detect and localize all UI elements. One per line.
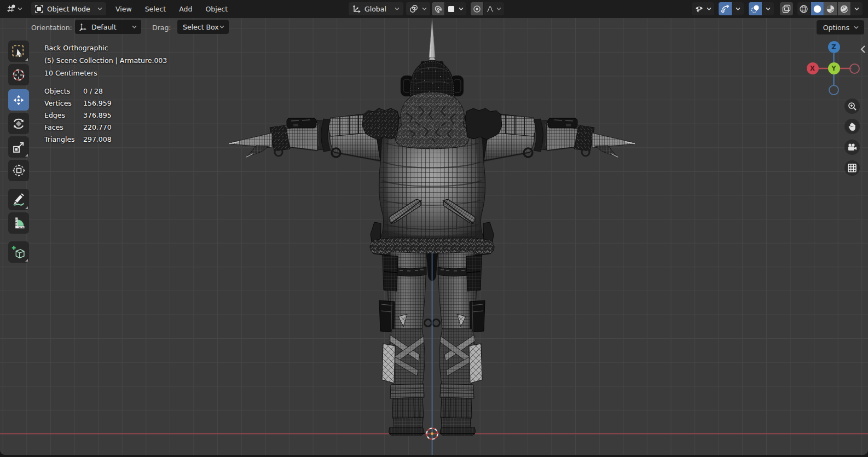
overlays-settings-dropdown[interactable]: [762, 2, 774, 15]
orthographic-toggle-button[interactable]: [844, 160, 860, 176]
tool-transform[interactable]: [8, 160, 29, 181]
navigation-gizmo[interactable]: Z X Y: [807, 36, 861, 97]
stat-value: 376,895: [83, 109, 112, 122]
tool-scale[interactable]: [8, 136, 29, 158]
snap-settings-dropdown[interactable]: [445, 2, 466, 15]
tool-move[interactable]: [8, 89, 29, 111]
chevron-down-icon: [707, 7, 711, 10]
options-label: Options: [823, 24, 849, 32]
viewport-gizmos-icon: [721, 4, 730, 13]
orientation-dropdown[interactable]: Default: [75, 20, 141, 34]
show-gizmo-toggle[interactable]: [719, 2, 732, 15]
solid-shading-icon: [813, 4, 822, 14]
orientation-default-icon: [79, 23, 87, 31]
shading-solid-button[interactable]: [811, 2, 824, 15]
orientation-value: Default: [91, 23, 117, 31]
viewport-statistics: Objects0 / 28 Vertices156,959 Edges376,8…: [44, 85, 112, 146]
scale-tool-icon: [11, 140, 26, 154]
gizmo-axis-x-neg[interactable]: [849, 63, 860, 74]
object-visibility-dropdown[interactable]: [692, 2, 714, 15]
toggle-xray-button[interactable]: [780, 2, 793, 15]
snap-toggle-button[interactable]: [432, 2, 444, 15]
chevron-down-icon: [766, 7, 771, 10]
drag-label: Drag:: [152, 24, 171, 32]
blender-window: Object Mode View Select Add Object: [0, 0, 868, 457]
pivot-point-dropdown[interactable]: [406, 2, 430, 15]
increment-snap-icon: [448, 5, 455, 13]
menu-view[interactable]: View: [109, 2, 138, 15]
tool-rotate[interactable]: [8, 113, 29, 134]
pan-button[interactable]: [844, 119, 860, 134]
tool-add-cube[interactable]: [8, 241, 29, 263]
editor-type-button[interactable]: [4, 2, 25, 15]
mode-selector-dropdown[interactable]: Object Mode: [31, 2, 106, 15]
menu-add[interactable]: Add: [172, 2, 199, 15]
mode-label: Object Mode: [47, 5, 90, 13]
proportional-falloff-dropdown[interactable]: [484, 2, 504, 15]
chevron-down-icon: [854, 7, 859, 10]
tool-settings-bar: Orientation: Default Drag: Select Box: [0, 18, 868, 36]
chevron-left-icon: [860, 45, 866, 54]
drag-dropdown[interactable]: Select Box: [177, 20, 229, 34]
hand-icon: [848, 122, 857, 131]
menu-select[interactable]: Select: [138, 2, 173, 15]
stat-value: 220,770: [83, 122, 112, 134]
rendered-shading-icon: [840, 4, 849, 14]
transform-tool-icon: [11, 163, 26, 178]
gizmo-axis-y[interactable]: Y: [828, 62, 840, 74]
shading-rendered-button[interactable]: [838, 2, 851, 15]
stat-value: 0 / 28: [83, 85, 103, 97]
rotate-tool-icon: [11, 116, 26, 131]
options-button[interactable]: Options: [817, 20, 864, 34]
stat-label: Faces: [44, 122, 83, 134]
chevron-down-icon: [132, 25, 137, 28]
collection-info: (5) Scene Collection | Armature.003: [44, 54, 167, 67]
chevron-down-icon: [395, 7, 400, 10]
gizmo-axis-x[interactable]: X: [807, 62, 819, 74]
tool-select-box[interactable]: [8, 41, 29, 62]
measure-tool-icon: [11, 216, 26, 231]
tool-annotate[interactable]: [8, 189, 29, 210]
gizmo-axis-z-neg[interactable]: [829, 85, 839, 95]
orientation-axes-icon: [352, 5, 361, 13]
orientation-global-label: Global: [364, 5, 386, 13]
select-box-icon: [11, 44, 26, 59]
zoom-button[interactable]: [844, 99, 860, 114]
move-tool-icon: [11, 92, 26, 108]
stat-label: Edges: [44, 109, 83, 122]
drag-value: Select Box: [183, 23, 219, 31]
view-name: Back Orthographic: [44, 42, 167, 54]
zoom-icon: [848, 102, 857, 111]
camera-view-button[interactable]: [844, 140, 860, 155]
pivot-point-icon: [409, 4, 418, 13]
add-cube-icon: [11, 245, 26, 260]
shading-settings-dropdown[interactable]: [851, 2, 863, 15]
stat-label: Vertices: [44, 97, 83, 109]
header-bar: Object Mode View Select Add Object: [0, 0, 868, 18]
gizmo-axis-z[interactable]: Z: [828, 41, 840, 53]
proportional-editing-toggle[interactable]: [471, 2, 483, 15]
annotate-tool-icon: [11, 192, 26, 207]
shading-material-button[interactable]: [824, 2, 837, 15]
transform-orientation-dropdown[interactable]: Global: [349, 2, 403, 15]
chevron-down-icon: [459, 7, 464, 10]
chevron-down-icon: [854, 26, 859, 29]
menu-object[interactable]: Object: [199, 2, 234, 15]
chevron-down-icon: [736, 7, 740, 10]
gizmo-settings-dropdown[interactable]: [732, 2, 744, 15]
wireframe-shading-icon: [799, 4, 808, 14]
chevron-down-icon: [18, 7, 22, 10]
stat-label: Objects: [44, 85, 83, 97]
show-overlays-toggle[interactable]: [749, 2, 762, 15]
tool-measure[interactable]: [8, 212, 29, 234]
3d-viewport[interactable]: [0, 18, 868, 455]
camera-icon: [847, 143, 857, 152]
sidebar-collapse-arrow[interactable]: [860, 45, 866, 56]
tool-cursor[interactable]: [8, 64, 29, 85]
show-object-types-icon: [695, 5, 704, 13]
chevron-down-icon: [496, 7, 501, 10]
3d-cursor-tool-icon: [11, 67, 26, 83]
shading-wireframe-button[interactable]: [797, 2, 811, 15]
magnet-icon: [434, 5, 442, 13]
orientation-label: Orientation:: [31, 24, 72, 32]
